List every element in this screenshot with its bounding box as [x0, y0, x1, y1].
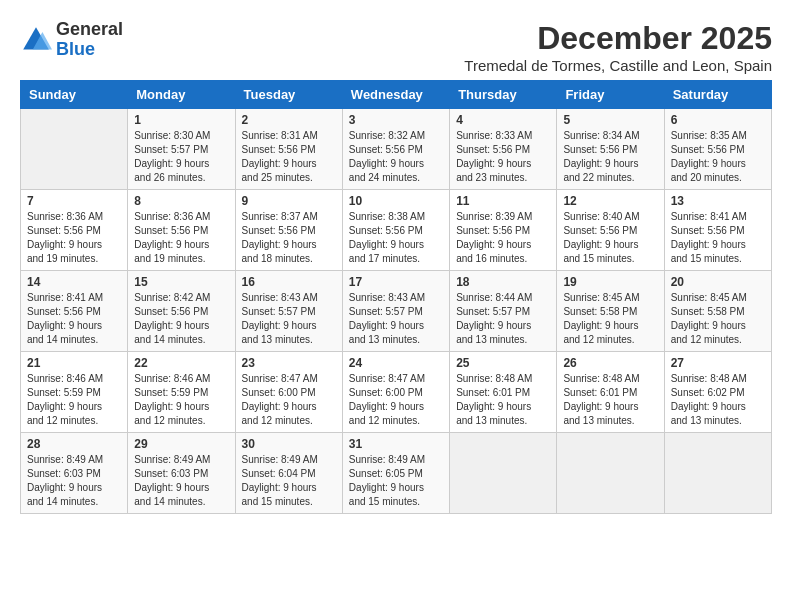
header-row: SundayMondayTuesdayWednesdayThursdayFrid… [21, 81, 772, 109]
calendar-cell: 9Sunrise: 8:37 AMSunset: 5:56 PMDaylight… [235, 190, 342, 271]
title-block: December 2025 Tremedal de Tormes, Castil… [464, 20, 772, 74]
logo-icon [20, 24, 52, 56]
week-row-4: 28Sunrise: 8:49 AMSunset: 6:03 PMDayligh… [21, 433, 772, 514]
day-info: Sunrise: 8:47 AMSunset: 6:00 PMDaylight:… [349, 372, 443, 428]
day-number: 18 [456, 275, 550, 289]
header-day-sunday: Sunday [21, 81, 128, 109]
day-info: Sunrise: 8:34 AMSunset: 5:56 PMDaylight:… [563, 129, 657, 185]
day-number: 5 [563, 113, 657, 127]
day-number: 8 [134, 194, 228, 208]
day-info: Sunrise: 8:33 AMSunset: 5:56 PMDaylight:… [456, 129, 550, 185]
calendar-cell [450, 433, 557, 514]
day-info: Sunrise: 8:44 AMSunset: 5:57 PMDaylight:… [456, 291, 550, 347]
day-number: 14 [27, 275, 121, 289]
month-title: December 2025 [464, 20, 772, 57]
calendar-table: SundayMondayTuesdayWednesdayThursdayFrid… [20, 80, 772, 514]
day-number: 30 [242, 437, 336, 451]
day-number: 15 [134, 275, 228, 289]
day-info: Sunrise: 8:49 AMSunset: 6:05 PMDaylight:… [349, 453, 443, 509]
day-info: Sunrise: 8:49 AMSunset: 6:03 PMDaylight:… [134, 453, 228, 509]
day-info: Sunrise: 8:37 AMSunset: 5:56 PMDaylight:… [242, 210, 336, 266]
day-number: 1 [134, 113, 228, 127]
calendar-cell: 5Sunrise: 8:34 AMSunset: 5:56 PMDaylight… [557, 109, 664, 190]
day-number: 2 [242, 113, 336, 127]
logo-text: General Blue [56, 20, 123, 60]
header-day-saturday: Saturday [664, 81, 771, 109]
day-info: Sunrise: 8:41 AMSunset: 5:56 PMDaylight:… [671, 210, 765, 266]
day-info: Sunrise: 8:36 AMSunset: 5:56 PMDaylight:… [27, 210, 121, 266]
day-number: 9 [242, 194, 336, 208]
calendar-cell: 26Sunrise: 8:48 AMSunset: 6:01 PMDayligh… [557, 352, 664, 433]
day-number: 11 [456, 194, 550, 208]
calendar-cell: 12Sunrise: 8:40 AMSunset: 5:56 PMDayligh… [557, 190, 664, 271]
day-number: 4 [456, 113, 550, 127]
day-info: Sunrise: 8:40 AMSunset: 5:56 PMDaylight:… [563, 210, 657, 266]
day-info: Sunrise: 8:41 AMSunset: 5:56 PMDaylight:… [27, 291, 121, 347]
calendar-cell: 17Sunrise: 8:43 AMSunset: 5:57 PMDayligh… [342, 271, 449, 352]
day-number: 12 [563, 194, 657, 208]
day-number: 31 [349, 437, 443, 451]
day-info: Sunrise: 8:47 AMSunset: 6:00 PMDaylight:… [242, 372, 336, 428]
day-info: Sunrise: 8:30 AMSunset: 5:57 PMDaylight:… [134, 129, 228, 185]
day-number: 21 [27, 356, 121, 370]
calendar-cell: 21Sunrise: 8:46 AMSunset: 5:59 PMDayligh… [21, 352, 128, 433]
day-info: Sunrise: 8:48 AMSunset: 6:01 PMDaylight:… [563, 372, 657, 428]
calendar-cell: 22Sunrise: 8:46 AMSunset: 5:59 PMDayligh… [128, 352, 235, 433]
day-number: 7 [27, 194, 121, 208]
calendar-cell: 3Sunrise: 8:32 AMSunset: 5:56 PMDaylight… [342, 109, 449, 190]
calendar-cell: 1Sunrise: 8:30 AMSunset: 5:57 PMDaylight… [128, 109, 235, 190]
week-row-2: 14Sunrise: 8:41 AMSunset: 5:56 PMDayligh… [21, 271, 772, 352]
header-day-thursday: Thursday [450, 81, 557, 109]
calendar-cell: 11Sunrise: 8:39 AMSunset: 5:56 PMDayligh… [450, 190, 557, 271]
day-info: Sunrise: 8:35 AMSunset: 5:56 PMDaylight:… [671, 129, 765, 185]
day-number: 16 [242, 275, 336, 289]
day-info: Sunrise: 8:48 AMSunset: 6:01 PMDaylight:… [456, 372, 550, 428]
day-number: 23 [242, 356, 336, 370]
day-number: 28 [27, 437, 121, 451]
day-info: Sunrise: 8:48 AMSunset: 6:02 PMDaylight:… [671, 372, 765, 428]
calendar-cell: 23Sunrise: 8:47 AMSunset: 6:00 PMDayligh… [235, 352, 342, 433]
calendar-cell: 30Sunrise: 8:49 AMSunset: 6:04 PMDayligh… [235, 433, 342, 514]
day-info: Sunrise: 8:36 AMSunset: 5:56 PMDaylight:… [134, 210, 228, 266]
day-info: Sunrise: 8:45 AMSunset: 5:58 PMDaylight:… [563, 291, 657, 347]
calendar-cell: 2Sunrise: 8:31 AMSunset: 5:56 PMDaylight… [235, 109, 342, 190]
day-number: 26 [563, 356, 657, 370]
day-info: Sunrise: 8:32 AMSunset: 5:56 PMDaylight:… [349, 129, 443, 185]
calendar-cell: 13Sunrise: 8:41 AMSunset: 5:56 PMDayligh… [664, 190, 771, 271]
day-number: 25 [456, 356, 550, 370]
day-number: 20 [671, 275, 765, 289]
day-info: Sunrise: 8:39 AMSunset: 5:56 PMDaylight:… [456, 210, 550, 266]
day-number: 3 [349, 113, 443, 127]
day-number: 19 [563, 275, 657, 289]
calendar-cell: 28Sunrise: 8:49 AMSunset: 6:03 PMDayligh… [21, 433, 128, 514]
calendar-cell [664, 433, 771, 514]
logo: General Blue [20, 20, 123, 60]
calendar-cell: 14Sunrise: 8:41 AMSunset: 5:56 PMDayligh… [21, 271, 128, 352]
calendar-cell: 20Sunrise: 8:45 AMSunset: 5:58 PMDayligh… [664, 271, 771, 352]
calendar-cell [557, 433, 664, 514]
calendar-cell: 25Sunrise: 8:48 AMSunset: 6:01 PMDayligh… [450, 352, 557, 433]
day-info: Sunrise: 8:43 AMSunset: 5:57 PMDaylight:… [349, 291, 443, 347]
day-info: Sunrise: 8:46 AMSunset: 5:59 PMDaylight:… [134, 372, 228, 428]
week-row-1: 7Sunrise: 8:36 AMSunset: 5:56 PMDaylight… [21, 190, 772, 271]
day-info: Sunrise: 8:38 AMSunset: 5:56 PMDaylight:… [349, 210, 443, 266]
calendar-cell: 16Sunrise: 8:43 AMSunset: 5:57 PMDayligh… [235, 271, 342, 352]
calendar-cell: 31Sunrise: 8:49 AMSunset: 6:05 PMDayligh… [342, 433, 449, 514]
page-header: General Blue December 2025 Tremedal de T… [20, 20, 772, 74]
day-info: Sunrise: 8:43 AMSunset: 5:57 PMDaylight:… [242, 291, 336, 347]
day-number: 29 [134, 437, 228, 451]
day-number: 27 [671, 356, 765, 370]
calendar-cell: 7Sunrise: 8:36 AMSunset: 5:56 PMDaylight… [21, 190, 128, 271]
calendar-cell: 24Sunrise: 8:47 AMSunset: 6:00 PMDayligh… [342, 352, 449, 433]
calendar-cell: 8Sunrise: 8:36 AMSunset: 5:56 PMDaylight… [128, 190, 235, 271]
calendar-cell: 27Sunrise: 8:48 AMSunset: 6:02 PMDayligh… [664, 352, 771, 433]
day-info: Sunrise: 8:42 AMSunset: 5:56 PMDaylight:… [134, 291, 228, 347]
calendar-cell: 15Sunrise: 8:42 AMSunset: 5:56 PMDayligh… [128, 271, 235, 352]
calendar-cell [21, 109, 128, 190]
week-row-0: 1Sunrise: 8:30 AMSunset: 5:57 PMDaylight… [21, 109, 772, 190]
calendar-header: SundayMondayTuesdayWednesdayThursdayFrid… [21, 81, 772, 109]
day-number: 17 [349, 275, 443, 289]
day-info: Sunrise: 8:49 AMSunset: 6:03 PMDaylight:… [27, 453, 121, 509]
calendar-body: 1Sunrise: 8:30 AMSunset: 5:57 PMDaylight… [21, 109, 772, 514]
day-number: 24 [349, 356, 443, 370]
